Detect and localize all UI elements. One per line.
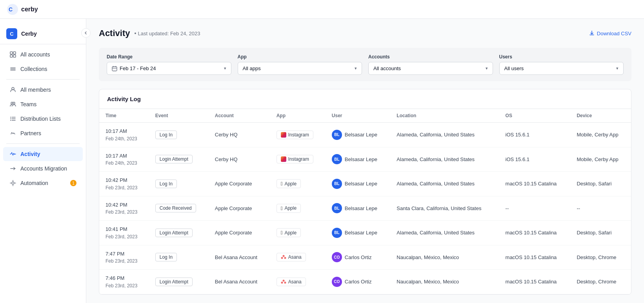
last-updated: Last updated: Feb 24, 2023: [135, 31, 200, 36]
activity-log-table: Time Event Account App User Location OS …: [99, 109, 631, 294]
activity-log-title: Activity Log: [99, 89, 631, 109]
cell-os: macOS 10.15 Catalina: [499, 172, 571, 196]
time-sub: Feb 23rd, 2023: [106, 233, 143, 240]
app-badge-apple:  Apple: [277, 179, 301, 188]
col-event: Event: [149, 109, 209, 123]
page-header: Activity Last updated: Feb 24, 2023 Down…: [99, 28, 631, 38]
chevron-down-icon: ▾: [616, 66, 619, 71]
cell-os: macOS 10.15 Catalina: [499, 245, 571, 270]
last-updated-text: Last updated: Feb 24, 2023: [138, 31, 200, 36]
cell-device: Desktop, Chrome: [570, 270, 631, 294]
sidebar-item-teams[interactable]: Teams: [3, 97, 83, 111]
dot-separator: [135, 33, 136, 34]
time-sub: Feb 23rd, 2023: [106, 209, 143, 216]
migration-icon: [9, 165, 16, 172]
sidebar-item-distribution-lists[interactable]: Distribution Lists: [3, 112, 83, 126]
cell-time: 10:17 AM Feb 24th, 2023: [99, 147, 149, 172]
cell-time: 10:41 PM Feb 23rd, 2023: [99, 221, 149, 245]
svg-rect-10: [10, 118, 11, 119]
page-title: Activity: [99, 28, 130, 38]
svg-rect-3: [13, 52, 16, 54]
grid-icon: [9, 51, 16, 58]
user-avatar: BL: [332, 130, 342, 140]
time-main: 10:17 AM: [106, 152, 143, 160]
cell-account: Bel Asana Account: [209, 270, 270, 294]
sidebar-item-label: Automation: [20, 180, 48, 186]
user-cell: BL Belsasar Lepe: [332, 228, 384, 238]
user-avatar: CO: [332, 277, 342, 287]
users-filter-select[interactable]: All users ▾: [499, 62, 624, 75]
app-badge-apple:  Apple: [277, 228, 301, 237]
cell-location: Alameda, California, United States: [390, 172, 499, 196]
date-range-select-left: Feb 17 - Feb 24: [112, 65, 156, 71]
cell-app: Asana: [270, 270, 326, 294]
sidebar-item-accounts-migration[interactable]: Accounts Migration: [3, 161, 83, 176]
sidebar-item-partners[interactable]: Partners: [3, 126, 83, 140]
sidebar-divider-2: [6, 143, 80, 144]
svg-point-6: [12, 87, 14, 90]
chevron-down-icon: ▾: [355, 66, 357, 71]
accounts-filter-label: Accounts: [368, 54, 493, 60]
cell-account: Apple Corporate: [209, 196, 270, 221]
time-main: 10:17 AM: [106, 127, 143, 135]
table-row: 7:47 PM Feb 23rd, 2023 Log In Bel Asana …: [99, 245, 631, 270]
col-device: Device: [570, 109, 631, 123]
sidebar-item-automation[interactable]: Automation 1: [3, 176, 83, 190]
svg-point-17: [282, 279, 284, 281]
users-filter-label: Users: [499, 54, 624, 60]
user-name: Carlos Ortiz: [345, 254, 372, 260]
cell-app:  Apple: [270, 172, 326, 196]
cell-device: Desktop, Safari: [570, 221, 631, 245]
col-location: Location: [390, 109, 499, 123]
app-badge-instagram: Instagram: [277, 131, 313, 139]
cell-os: macOS 10.15 Catalina: [499, 270, 571, 294]
cell-event: Code Received: [149, 196, 209, 221]
cell-account: Apple Corporate: [209, 172, 270, 196]
table-header: Time Event Account App User Location OS …: [99, 109, 631, 123]
date-range-value: Feb 17 - Feb 24: [120, 65, 156, 71]
filters-bar: Date Range Feb 17 - Feb 24 ▾ App All app…: [99, 48, 631, 81]
cell-device: Mobile, Cerby App: [570, 147, 631, 172]
cell-device: Desktop, Safari: [570, 172, 631, 196]
sidebar-item-activity[interactable]: Activity: [3, 147, 83, 161]
time-main: 10:42 PM: [106, 201, 143, 209]
sidebar-item-label: Teams: [20, 101, 36, 107]
user-avatar: BL: [332, 179, 342, 189]
sidebar-item-collections[interactable]: Collections: [3, 62, 83, 76]
org-name: Cerby: [21, 31, 37, 37]
user-avatar: BL: [332, 203, 342, 213]
event-badge: Log In: [155, 180, 177, 188]
asana-icon: [281, 279, 286, 285]
sidebar-org: C Cerby: [0, 24, 86, 44]
sidebar-item-all-accounts[interactable]: All accounts: [3, 47, 83, 62]
col-os: OS: [499, 109, 571, 123]
table-row: 10:17 AM Feb 24th, 2023 Log In Cerby HQ …: [99, 123, 631, 147]
accounts-filter-select[interactable]: All accounts ▾: [368, 62, 493, 75]
time-sub: Feb 24th, 2023: [106, 160, 143, 167]
sidebar-item-label: Activity: [20, 151, 40, 157]
user-cell: BL Belsasar Lepe: [332, 203, 384, 213]
cell-app:  Apple: [270, 196, 326, 221]
time-sub: Feb 24th, 2023: [106, 135, 143, 142]
user-cell: BL Belsasar Lepe: [332, 130, 384, 140]
sidebar-collapse-button[interactable]: [81, 28, 91, 38]
cell-device: Mobile, Cerby App: [570, 123, 631, 147]
user-cell: CO Carlos Ortiz: [332, 252, 384, 262]
date-range-select[interactable]: Feb 17 - Feb 24 ▾: [107, 62, 231, 75]
cell-event: Log In: [149, 123, 209, 147]
download-csv-button[interactable]: Download CSV: [589, 31, 631, 36]
cell-user: BL Belsasar Lepe: [326, 221, 391, 245]
col-app: App: [270, 109, 326, 123]
time-sub: Feb 23rd, 2023: [106, 184, 143, 191]
app-filter-select[interactable]: All apps ▾: [238, 62, 362, 75]
table-row: 10:42 PM Feb 23rd, 2023 Code Received Ap…: [99, 196, 631, 221]
event-badge: Login Attempt: [155, 155, 193, 163]
event-badge: Log In: [155, 253, 177, 261]
chevron-down-icon: ▾: [224, 66, 226, 71]
user-name: Belsasar Lepe: [345, 205, 377, 211]
sidebar-item-all-members[interactable]: All members: [3, 83, 83, 97]
col-time: Time: [99, 109, 149, 123]
cell-app: Asana: [270, 245, 326, 270]
sidebar-item-label: Collections: [20, 66, 47, 72]
automation-icon: [9, 180, 16, 187]
